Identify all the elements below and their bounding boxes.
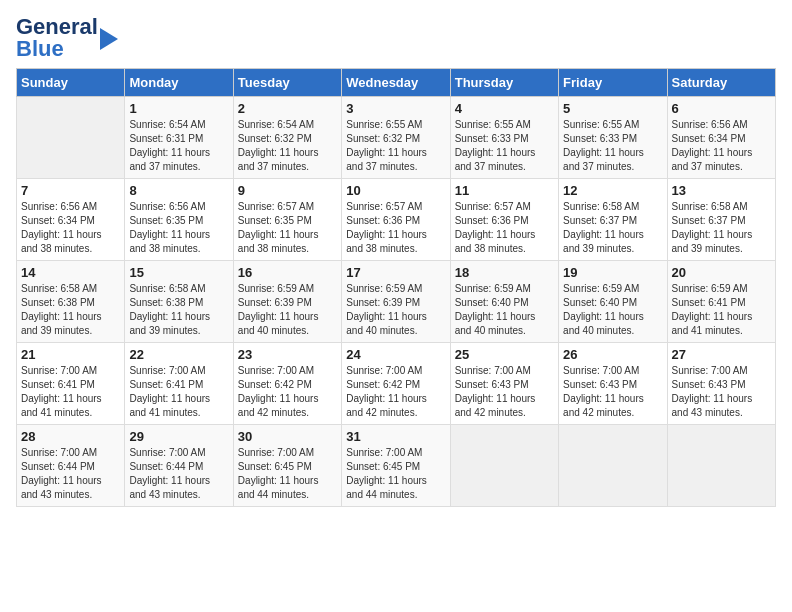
day-header-thursday: Thursday bbox=[450, 69, 558, 97]
day-header-monday: Monday bbox=[125, 69, 233, 97]
day-number: 17 bbox=[346, 265, 445, 280]
day-info: Sunrise: 7:00 AM Sunset: 6:41 PM Dayligh… bbox=[21, 364, 120, 420]
day-info: Sunrise: 7:00 AM Sunset: 6:43 PM Dayligh… bbox=[563, 364, 662, 420]
day-info: Sunrise: 6:57 AM Sunset: 6:36 PM Dayligh… bbox=[455, 200, 554, 256]
calendar-cell: 30Sunrise: 7:00 AM Sunset: 6:45 PM Dayli… bbox=[233, 425, 341, 507]
day-info: Sunrise: 7:00 AM Sunset: 6:42 PM Dayligh… bbox=[346, 364, 445, 420]
day-number: 31 bbox=[346, 429, 445, 444]
day-number: 8 bbox=[129, 183, 228, 198]
calendar-cell: 22Sunrise: 7:00 AM Sunset: 6:41 PM Dayli… bbox=[125, 343, 233, 425]
day-number: 19 bbox=[563, 265, 662, 280]
calendar-cell: 28Sunrise: 7:00 AM Sunset: 6:44 PM Dayli… bbox=[17, 425, 125, 507]
calendar-week-3: 21Sunrise: 7:00 AM Sunset: 6:41 PM Dayli… bbox=[17, 343, 776, 425]
day-number: 16 bbox=[238, 265, 337, 280]
day-number: 24 bbox=[346, 347, 445, 362]
calendar-cell: 7Sunrise: 6:56 AM Sunset: 6:34 PM Daylig… bbox=[17, 179, 125, 261]
logo-line1: General bbox=[16, 16, 98, 38]
calendar-cell bbox=[450, 425, 558, 507]
calendar-cell: 17Sunrise: 6:59 AM Sunset: 6:39 PM Dayli… bbox=[342, 261, 450, 343]
day-info: Sunrise: 6:58 AM Sunset: 6:38 PM Dayligh… bbox=[129, 282, 228, 338]
calendar-cell: 4Sunrise: 6:55 AM Sunset: 6:33 PM Daylig… bbox=[450, 97, 558, 179]
day-info: Sunrise: 6:56 AM Sunset: 6:35 PM Dayligh… bbox=[129, 200, 228, 256]
calendar-cell: 6Sunrise: 6:56 AM Sunset: 6:34 PM Daylig… bbox=[667, 97, 775, 179]
calendar-cell: 8Sunrise: 6:56 AM Sunset: 6:35 PM Daylig… bbox=[125, 179, 233, 261]
day-info: Sunrise: 7:00 AM Sunset: 6:42 PM Dayligh… bbox=[238, 364, 337, 420]
day-number: 29 bbox=[129, 429, 228, 444]
day-info: Sunrise: 6:59 AM Sunset: 6:41 PM Dayligh… bbox=[672, 282, 771, 338]
day-number: 27 bbox=[672, 347, 771, 362]
day-number: 23 bbox=[238, 347, 337, 362]
calendar-cell: 9Sunrise: 6:57 AM Sunset: 6:35 PM Daylig… bbox=[233, 179, 341, 261]
day-number: 10 bbox=[346, 183, 445, 198]
calendar-table: SundayMondayTuesdayWednesdayThursdayFrid… bbox=[16, 68, 776, 507]
day-info: Sunrise: 6:55 AM Sunset: 6:32 PM Dayligh… bbox=[346, 118, 445, 174]
day-number: 6 bbox=[672, 101, 771, 116]
calendar-cell: 20Sunrise: 6:59 AM Sunset: 6:41 PM Dayli… bbox=[667, 261, 775, 343]
day-number: 7 bbox=[21, 183, 120, 198]
calendar-cell: 31Sunrise: 7:00 AM Sunset: 6:45 PM Dayli… bbox=[342, 425, 450, 507]
calendar-cell: 19Sunrise: 6:59 AM Sunset: 6:40 PM Dayli… bbox=[559, 261, 667, 343]
day-info: Sunrise: 6:55 AM Sunset: 6:33 PM Dayligh… bbox=[563, 118, 662, 174]
day-info: Sunrise: 6:54 AM Sunset: 6:31 PM Dayligh… bbox=[129, 118, 228, 174]
day-number: 1 bbox=[129, 101, 228, 116]
day-number: 21 bbox=[21, 347, 120, 362]
day-number: 18 bbox=[455, 265, 554, 280]
calendar-cell: 5Sunrise: 6:55 AM Sunset: 6:33 PM Daylig… bbox=[559, 97, 667, 179]
day-number: 5 bbox=[563, 101, 662, 116]
day-info: Sunrise: 6:58 AM Sunset: 6:38 PM Dayligh… bbox=[21, 282, 120, 338]
day-info: Sunrise: 6:57 AM Sunset: 6:35 PM Dayligh… bbox=[238, 200, 337, 256]
svg-marker-0 bbox=[100, 28, 118, 50]
day-info: Sunrise: 6:58 AM Sunset: 6:37 PM Dayligh… bbox=[672, 200, 771, 256]
calendar-cell: 27Sunrise: 7:00 AM Sunset: 6:43 PM Dayli… bbox=[667, 343, 775, 425]
calendar-cell: 11Sunrise: 6:57 AM Sunset: 6:36 PM Dayli… bbox=[450, 179, 558, 261]
day-header-wednesday: Wednesday bbox=[342, 69, 450, 97]
calendar-cell: 15Sunrise: 6:58 AM Sunset: 6:38 PM Dayli… bbox=[125, 261, 233, 343]
day-number: 14 bbox=[21, 265, 120, 280]
day-info: Sunrise: 6:59 AM Sunset: 6:40 PM Dayligh… bbox=[563, 282, 662, 338]
calendar-cell: 12Sunrise: 6:58 AM Sunset: 6:37 PM Dayli… bbox=[559, 179, 667, 261]
day-number: 11 bbox=[455, 183, 554, 198]
calendar-header-row: SundayMondayTuesdayWednesdayThursdayFrid… bbox=[17, 69, 776, 97]
day-number: 13 bbox=[672, 183, 771, 198]
calendar-week-1: 7Sunrise: 6:56 AM Sunset: 6:34 PM Daylig… bbox=[17, 179, 776, 261]
day-info: Sunrise: 7:00 AM Sunset: 6:45 PM Dayligh… bbox=[238, 446, 337, 502]
logo: General Blue bbox=[16, 16, 118, 60]
calendar-cell: 29Sunrise: 7:00 AM Sunset: 6:44 PM Dayli… bbox=[125, 425, 233, 507]
calendar-cell: 25Sunrise: 7:00 AM Sunset: 6:43 PM Dayli… bbox=[450, 343, 558, 425]
calendar-week-0: 1Sunrise: 6:54 AM Sunset: 6:31 PM Daylig… bbox=[17, 97, 776, 179]
day-info: Sunrise: 6:59 AM Sunset: 6:39 PM Dayligh… bbox=[238, 282, 337, 338]
day-number: 20 bbox=[672, 265, 771, 280]
day-info: Sunrise: 6:56 AM Sunset: 6:34 PM Dayligh… bbox=[672, 118, 771, 174]
calendar-cell bbox=[17, 97, 125, 179]
calendar-cell: 23Sunrise: 7:00 AM Sunset: 6:42 PM Dayli… bbox=[233, 343, 341, 425]
logo-arrow-icon bbox=[100, 28, 118, 50]
calendar-cell: 24Sunrise: 7:00 AM Sunset: 6:42 PM Dayli… bbox=[342, 343, 450, 425]
calendar-week-4: 28Sunrise: 7:00 AM Sunset: 6:44 PM Dayli… bbox=[17, 425, 776, 507]
day-number: 22 bbox=[129, 347, 228, 362]
day-header-friday: Friday bbox=[559, 69, 667, 97]
day-info: Sunrise: 6:56 AM Sunset: 6:34 PM Dayligh… bbox=[21, 200, 120, 256]
day-number: 4 bbox=[455, 101, 554, 116]
day-info: Sunrise: 6:59 AM Sunset: 6:40 PM Dayligh… bbox=[455, 282, 554, 338]
calendar-cell: 2Sunrise: 6:54 AM Sunset: 6:32 PM Daylig… bbox=[233, 97, 341, 179]
day-info: Sunrise: 7:00 AM Sunset: 6:45 PM Dayligh… bbox=[346, 446, 445, 502]
day-info: Sunrise: 6:54 AM Sunset: 6:32 PM Dayligh… bbox=[238, 118, 337, 174]
calendar-cell: 21Sunrise: 7:00 AM Sunset: 6:41 PM Dayli… bbox=[17, 343, 125, 425]
day-info: Sunrise: 7:00 AM Sunset: 6:43 PM Dayligh… bbox=[455, 364, 554, 420]
calendar-cell: 18Sunrise: 6:59 AM Sunset: 6:40 PM Dayli… bbox=[450, 261, 558, 343]
calendar-week-2: 14Sunrise: 6:58 AM Sunset: 6:38 PM Dayli… bbox=[17, 261, 776, 343]
day-number: 2 bbox=[238, 101, 337, 116]
day-number: 15 bbox=[129, 265, 228, 280]
calendar-cell: 10Sunrise: 6:57 AM Sunset: 6:36 PM Dayli… bbox=[342, 179, 450, 261]
calendar-cell: 26Sunrise: 7:00 AM Sunset: 6:43 PM Dayli… bbox=[559, 343, 667, 425]
day-number: 26 bbox=[563, 347, 662, 362]
day-info: Sunrise: 7:00 AM Sunset: 6:44 PM Dayligh… bbox=[21, 446, 120, 502]
day-info: Sunrise: 7:00 AM Sunset: 6:44 PM Dayligh… bbox=[129, 446, 228, 502]
day-info: Sunrise: 7:00 AM Sunset: 6:41 PM Dayligh… bbox=[129, 364, 228, 420]
day-number: 3 bbox=[346, 101, 445, 116]
day-header-saturday: Saturday bbox=[667, 69, 775, 97]
day-header-sunday: Sunday bbox=[17, 69, 125, 97]
day-info: Sunrise: 7:00 AM Sunset: 6:43 PM Dayligh… bbox=[672, 364, 771, 420]
day-info: Sunrise: 6:55 AM Sunset: 6:33 PM Dayligh… bbox=[455, 118, 554, 174]
day-number: 28 bbox=[21, 429, 120, 444]
